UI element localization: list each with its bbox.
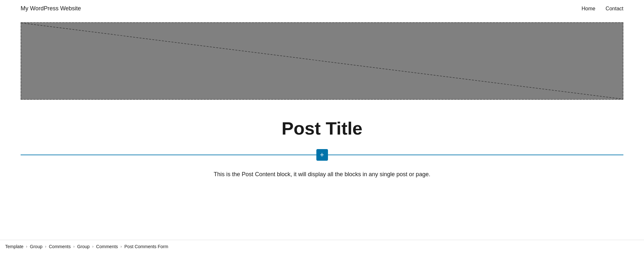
- featured-image-placeholder: [21, 22, 623, 100]
- breadcrumb-item[interactable]: Group: [30, 244, 43, 249]
- site-title: My WordPress Website: [21, 5, 81, 12]
- post-content-description: This is the Post Content block, it will …: [214, 171, 430, 178]
- nav-home[interactable]: Home: [582, 6, 595, 12]
- breadcrumb-item[interactable]: Comments: [49, 244, 71, 249]
- breadcrumb-separator: ›: [26, 244, 27, 249]
- breadcrumb-item[interactable]: Group: [77, 244, 90, 249]
- breadcrumb-separator: ›: [92, 244, 93, 249]
- block-inserter-row: +: [21, 149, 623, 161]
- insert-block-button[interactable]: +: [316, 149, 328, 161]
- breadcrumb-separator: ›: [45, 244, 46, 249]
- breadcrumb-item[interactable]: Post Comments Form: [124, 244, 168, 249]
- svg-line-0: [21, 23, 623, 99]
- main-content: Post Title + This is the Post Content bl…: [0, 105, 644, 178]
- breadcrumb-separator: ›: [120, 244, 122, 249]
- breadcrumb-separator: ›: [73, 244, 74, 249]
- nav-contact[interactable]: Contact: [606, 6, 623, 12]
- breadcrumb-item[interactable]: Template: [5, 244, 24, 249]
- post-title: Post Title: [282, 118, 362, 139]
- main-nav: Home Contact: [582, 6, 623, 12]
- breadcrumb-bar: Template › Group › Comments › Group › Co…: [0, 240, 644, 253]
- site-header: My WordPress Website Home Contact: [0, 0, 644, 17]
- breadcrumb-item[interactable]: Comments: [96, 244, 118, 249]
